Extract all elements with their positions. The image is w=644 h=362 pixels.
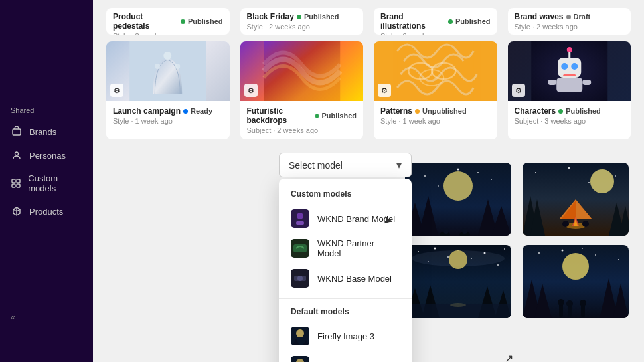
svg-point-76 [618, 259, 619, 260]
status-dot [448, 19, 453, 24]
sidebar: Shared Brands Personas Custom models Pro… [0, 0, 93, 362]
status-dot [181, 19, 185, 24]
card-title-text: Black Friday [247, 12, 294, 21]
svg-point-54 [562, 221, 569, 227]
svg-point-56 [418, 251, 419, 252]
card-meta: Style · 2 weeks ago [380, 32, 491, 35]
brands-label: Brands [29, 127, 56, 137]
svg-point-41 [568, 167, 570, 169]
firefly-3-label: Firefly Image 3 [317, 331, 374, 341]
dropdown-item-wknd-brand[interactable]: WKND Brand Model ↗ [279, 204, 412, 233]
firefly-2-thumb [291, 356, 309, 362]
svg-point-27 [491, 179, 492, 180]
sidebar-item-custom-models[interactable]: Custom models [0, 167, 93, 199]
svg-point-90 [297, 213, 303, 219]
svg-point-1 [15, 152, 19, 155]
svg-marker-35 [491, 206, 511, 236]
top-row: Product pedestals Published Style · 3 we… [93, 5, 644, 41]
svg-point-29 [477, 172, 479, 173]
svg-point-9 [175, 64, 180, 69]
card-title-text: Brand waves [515, 12, 564, 21]
dropdown-item-wknd-partner[interactable]: WKND Partner Model [279, 233, 412, 264]
wknd-partner-thumb [291, 239, 309, 258]
night-images-grid [405, 163, 631, 318]
svg-rect-5 [17, 184, 20, 187]
card-characters: ⚙ Characters Published Subject · 3 weeks… [508, 41, 631, 139]
default-models-section-title: Default models [279, 304, 412, 321]
svg-rect-4 [12, 184, 15, 187]
status-dot-characters [558, 109, 563, 114]
wknd-base-label: WKND Base Model [317, 274, 392, 284]
svg-point-7 [163, 52, 171, 60]
card-patterns: ⚙ Patterns Unpublished Style · 1 week ag… [374, 41, 497, 139]
svg-point-18 [571, 63, 578, 70]
card-settings-icon-futuristic: ⚙ [244, 84, 258, 97]
svg-point-74 [562, 250, 564, 252]
svg-point-96 [297, 276, 303, 281]
svg-rect-93 [293, 244, 307, 252]
status-dot-patterns [415, 109, 420, 114]
svg-point-42 [615, 175, 616, 177]
svg-marker-82 [613, 284, 629, 318]
card-brand-illustrations: Brand illustrations Published Style · 2 … [374, 8, 497, 35]
wknd-brand-thumb [291, 209, 309, 228]
svg-point-31 [443, 171, 473, 201]
custom-models-icon [11, 177, 21, 189]
svg-point-28 [438, 185, 439, 187]
card-meta: Style · 2 weeks ago [515, 23, 625, 31]
card-meta: Style · 3 weeks ago [113, 32, 223, 35]
card-black-friday: Black Friday Published Style · 2 weeks a… [240, 8, 364, 35]
card-brand-waves: Brand waves Draft Style · 2 weeks ago [508, 8, 631, 35]
night-image-4 [523, 245, 629, 318]
wknd-base-thumb [291, 269, 309, 288]
card-futuristic-backdrops: ⚙ Futuristic backdrops Published Subject… [240, 41, 364, 139]
svg-point-78 [562, 253, 589, 280]
svg-point-75 [595, 254, 596, 256]
svg-marker-33 [418, 196, 438, 236]
status-dot-futuristic [315, 114, 319, 118]
sidebar-item-products[interactable]: Products [0, 199, 93, 223]
card-title-futuristic: Futuristic backdrops [247, 106, 313, 125]
night-image-3 [405, 245, 511, 318]
custom-models-section-title: Custom models [279, 187, 412, 204]
svg-point-86 [566, 300, 573, 307]
svg-rect-23 [548, 80, 556, 85]
svg-point-25 [424, 175, 426, 177]
sidebar-item-brands[interactable]: Brands [0, 120, 93, 143]
svg-point-43 [588, 182, 590, 183]
card-title-characters: Characters [515, 106, 556, 116]
products-icon [11, 205, 23, 217]
card-title-text: Brand illustrations [380, 12, 445, 31]
svg-point-98 [296, 329, 304, 337]
main-card-row: ⚙ Launch campaign Ready Style · 1 week a… [93, 41, 644, 150]
dropdown-item-firefly-3[interactable]: Firefly Image 3 [279, 321, 412, 351]
svg-point-17 [561, 63, 568, 70]
svg-point-66 [449, 250, 467, 269]
card-settings-icon-patterns: ⚙ [378, 84, 391, 97]
svg-rect-91 [296, 221, 304, 225]
model-selector-overlay: Select model ▾ Custom models WKND Brand … [279, 153, 412, 362]
chevron-down-icon: ▾ [396, 159, 402, 171]
dropdown-item-firefly-2[interactable]: Firefly Image 2 [279, 351, 412, 362]
status-dot-launch [183, 109, 188, 114]
night-image-1 [405, 163, 511, 236]
svg-point-77 [582, 248, 583, 249]
svg-rect-24 [582, 80, 591, 85]
svg-point-8 [155, 64, 160, 69]
svg-point-38 [443, 228, 449, 234]
wknd-partner-label: WKND Partner Model [317, 238, 400, 258]
select-model-button[interactable]: Select model ▾ [279, 153, 412, 177]
svg-point-60 [504, 248, 505, 250]
svg-point-39 [462, 228, 467, 234]
card-title-text: Product pedestals [113, 12, 178, 31]
night-image-2 [523, 163, 629, 236]
card-title-launch: Launch campaign [113, 106, 181, 116]
svg-rect-22 [556, 78, 582, 92]
collapse-button[interactable]: « [11, 313, 15, 322]
sidebar-item-personas[interactable]: Personas [0, 143, 93, 167]
svg-point-55 [582, 221, 589, 227]
custom-models-label: Custom models [28, 173, 82, 193]
card-meta-patterns: Style · 1 week ago [380, 117, 491, 125]
dropdown-item-wknd-base[interactable]: WKND Base Model [279, 264, 412, 293]
card-settings-icon-characters: ⚙ [512, 84, 525, 97]
